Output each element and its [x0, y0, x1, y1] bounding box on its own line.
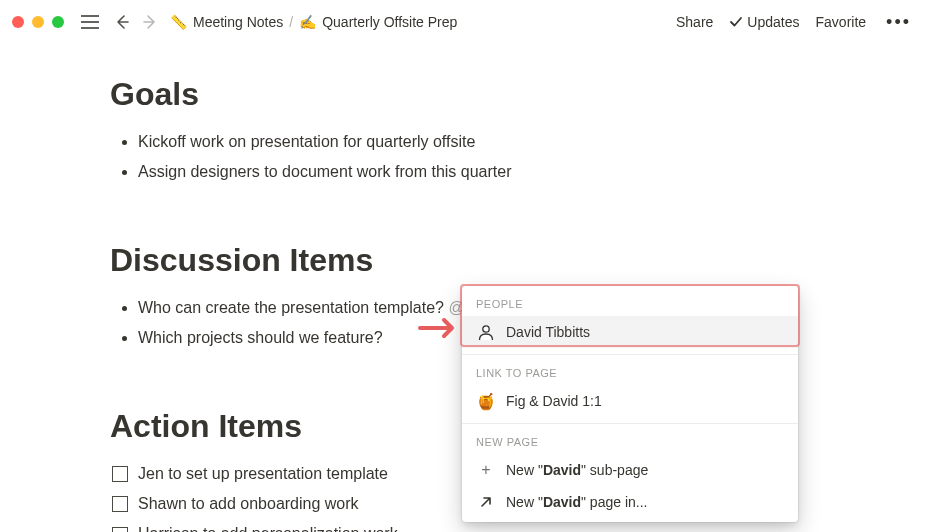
person-avatar-icon	[476, 322, 496, 342]
topbar-actions: Share Updates Favorite •••	[676, 12, 915, 33]
popup-new-page-in-option[interactable]: New "David" page in...	[462, 486, 798, 522]
nav-arrows	[110, 10, 162, 34]
popup-page-option[interactable]: 🍯 Fig & David 1:1	[462, 385, 798, 417]
svg-point-3	[483, 326, 489, 332]
breadcrumb-current-icon: ✍️	[299, 14, 316, 30]
window-minimize-button[interactable]	[32, 16, 44, 28]
popup-new-subpage-label: New "David" sub-page	[506, 462, 648, 478]
popup-person-name: David Tibbitts	[506, 324, 590, 340]
share-button[interactable]: Share	[676, 14, 713, 30]
plus-icon: +	[476, 460, 496, 480]
topbar: 📏 Meeting Notes / ✍️ Quarterly Offsite P…	[0, 0, 927, 44]
window-maximize-button[interactable]	[52, 16, 64, 28]
more-menu-button[interactable]: •••	[882, 12, 915, 33]
checkmark-icon	[729, 15, 743, 29]
mention-popup: PEOPLE David Tibbitts LINK TO PAGE 🍯 Fig…	[462, 286, 798, 522]
list-item[interactable]: Kickoff work on presentation for quarter…	[138, 127, 817, 157]
breadcrumb-current[interactable]: Quarterly Offsite Prep	[322, 14, 457, 30]
arrow-up-right-icon	[476, 492, 496, 512]
goals-list: Kickoff work on presentation for quarter…	[110, 127, 817, 188]
breadcrumb-parent-icon: 📏	[170, 14, 187, 30]
window-controls	[12, 16, 64, 28]
list-item[interactable]: Assign designers to document work from t…	[138, 157, 817, 187]
nav-forward-button[interactable]	[138, 10, 162, 34]
nav-back-button[interactable]	[110, 10, 134, 34]
page-emoji-icon: 🍯	[476, 391, 496, 411]
heading-discussion[interactable]: Discussion Items	[110, 242, 817, 279]
sidebar-toggle-button[interactable]	[78, 10, 102, 34]
breadcrumb-parent[interactable]: Meeting Notes	[193, 14, 283, 30]
todo-text: Harrison to add personalization work	[138, 519, 398, 532]
popup-page-name: Fig & David 1:1	[506, 393, 602, 409]
updates-button[interactable]: Updates	[729, 14, 799, 30]
checkbox[interactable]	[112, 527, 128, 532]
heading-goals[interactable]: Goals	[110, 76, 817, 113]
popup-section-link: LINK TO PAGE	[462, 355, 798, 385]
todo-text: Shawn to add onboarding work	[138, 489, 359, 519]
breadcrumb-separator: /	[289, 14, 293, 30]
todo-text: Jen to set up presentation template	[138, 459, 388, 489]
window-close-button[interactable]	[12, 16, 24, 28]
popup-section-people: PEOPLE	[462, 286, 798, 316]
popup-person-option[interactable]: David Tibbitts	[462, 316, 798, 348]
breadcrumb: 📏 Meeting Notes / ✍️ Quarterly Offsite P…	[170, 14, 457, 30]
popup-new-subpage-option[interactable]: + New "David" sub-page	[462, 454, 798, 486]
checkbox[interactable]	[112, 466, 128, 482]
discussion-item-text: Who can create the presentation template…	[138, 299, 448, 316]
updates-label: Updates	[747, 14, 799, 30]
popup-section-new: NEW PAGE	[462, 424, 798, 454]
checkbox[interactable]	[112, 496, 128, 512]
favorite-button[interactable]: Favorite	[816, 14, 867, 30]
popup-new-page-in-label: New "David" page in...	[506, 494, 647, 510]
